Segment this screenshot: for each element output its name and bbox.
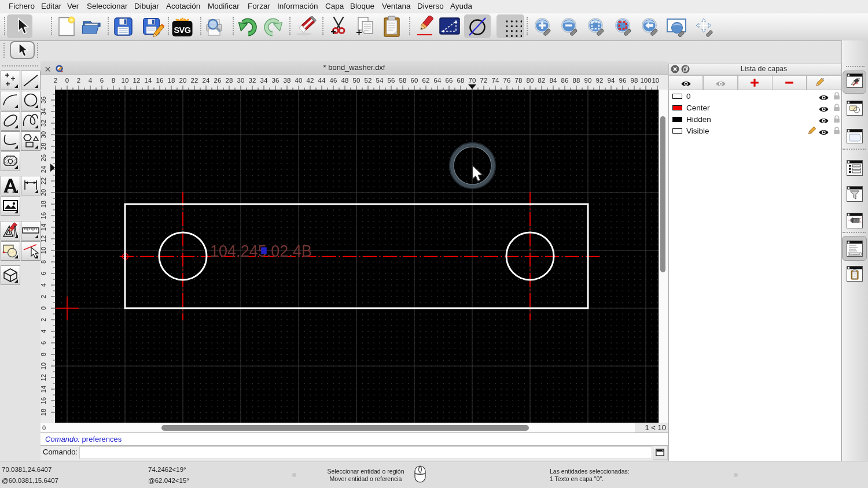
svg-text:10: 10 bbox=[41, 247, 47, 254]
svg-text:SVG: SVG bbox=[174, 25, 190, 35]
svg-text:2: 2 bbox=[54, 77, 57, 84]
svg-text:62: 62 bbox=[422, 77, 430, 84]
svg-text:54: 54 bbox=[376, 77, 384, 84]
svg-text:26: 26 bbox=[214, 77, 222, 84]
svg-text:78: 78 bbox=[515, 77, 523, 84]
svg-text:56: 56 bbox=[388, 77, 395, 84]
svg-text:2: 2 bbox=[77, 77, 80, 84]
svg-text:46: 46 bbox=[330, 77, 337, 84]
svg-text:0: 0 bbox=[41, 306, 47, 310]
svg-text:58: 58 bbox=[399, 77, 407, 84]
svg-text:20: 20 bbox=[41, 189, 47, 196]
svg-text:92: 92 bbox=[596, 77, 604, 84]
svg-text:18: 18 bbox=[41, 201, 47, 208]
svg-text:4: 4 bbox=[41, 283, 47, 287]
svg-text:6: 6 bbox=[41, 272, 47, 275]
svg-text:38: 38 bbox=[284, 77, 291, 84]
svg-text:12: 12 bbox=[41, 235, 47, 242]
svg-text:94: 94 bbox=[608, 77, 615, 84]
svg-text:30: 30 bbox=[41, 131, 47, 138]
svg-text:16: 16 bbox=[156, 77, 164, 84]
svg-text:4: 4 bbox=[41, 330, 47, 333]
svg-text:14: 14 bbox=[41, 386, 47, 393]
svg-text:0: 0 bbox=[65, 77, 69, 84]
svg-text:8: 8 bbox=[41, 260, 47, 264]
svg-text:74: 74 bbox=[492, 77, 499, 84]
svg-text:20: 20 bbox=[179, 77, 187, 84]
svg-text:86: 86 bbox=[561, 77, 569, 84]
svg-text:36: 36 bbox=[272, 77, 279, 84]
svg-text:36: 36 bbox=[41, 97, 47, 103]
svg-text:60: 60 bbox=[411, 77, 418, 84]
svg-text:8: 8 bbox=[41, 353, 47, 356]
svg-text:22: 22 bbox=[41, 178, 47, 184]
svg-text:70: 70 bbox=[469, 77, 476, 84]
svg-text:34: 34 bbox=[41, 108, 47, 115]
svg-text:64: 64 bbox=[434, 77, 442, 84]
svg-text:24: 24 bbox=[203, 77, 210, 84]
svg-text:10: 10 bbox=[41, 363, 47, 369]
svg-text:76: 76 bbox=[503, 77, 511, 84]
svg-text:command: command bbox=[849, 253, 860, 256]
svg-text:30: 30 bbox=[237, 77, 245, 84]
svg-text:10: 10 bbox=[122, 77, 129, 84]
svg-text:40: 40 bbox=[295, 77, 303, 84]
svg-text:104.245.02.4B: 104.245.02.4B bbox=[210, 241, 312, 260]
svg-text:66: 66 bbox=[446, 77, 453, 84]
svg-text:12: 12 bbox=[133, 77, 141, 84]
svg-text:A: A bbox=[855, 81, 859, 85]
svg-text:12: 12 bbox=[41, 374, 47, 381]
svg-text:98: 98 bbox=[631, 77, 638, 84]
svg-text:2: 2 bbox=[41, 318, 47, 321]
svg-text:44: 44 bbox=[318, 77, 326, 84]
svg-text:34: 34 bbox=[260, 77, 268, 84]
svg-text:100: 100 bbox=[640, 77, 651, 84]
svg-text:82: 82 bbox=[538, 77, 546, 84]
svg-text:8: 8 bbox=[112, 77, 115, 84]
svg-text:90: 90 bbox=[584, 77, 592, 84]
svg-text:26: 26 bbox=[41, 154, 47, 161]
svg-text:88: 88 bbox=[573, 77, 580, 84]
svg-text:96: 96 bbox=[619, 77, 627, 84]
svg-text:28: 28 bbox=[41, 143, 47, 150]
svg-text:18: 18 bbox=[168, 77, 175, 84]
svg-text:52: 52 bbox=[365, 77, 372, 84]
svg-text:6: 6 bbox=[41, 341, 47, 345]
svg-text:50: 50 bbox=[353, 77, 361, 84]
svg-text:32: 32 bbox=[41, 120, 47, 127]
svg-text:28: 28 bbox=[226, 77, 233, 84]
svg-text:2: 2 bbox=[41, 295, 47, 298]
svg-text:32: 32 bbox=[249, 77, 256, 84]
svg-text:6: 6 bbox=[100, 77, 104, 84]
svg-text:80: 80 bbox=[527, 77, 534, 84]
svg-text:48: 48 bbox=[341, 77, 349, 84]
svg-text:84: 84 bbox=[550, 77, 557, 84]
svg-text:72: 72 bbox=[480, 77, 488, 84]
svg-text:16: 16 bbox=[41, 212, 47, 219]
svg-text:14: 14 bbox=[145, 77, 152, 84]
svg-text:18: 18 bbox=[41, 409, 47, 416]
svg-text:14: 14 bbox=[41, 224, 47, 231]
svg-text:102: 102 bbox=[652, 77, 659, 84]
svg-text:4: 4 bbox=[89, 77, 93, 84]
svg-text:22: 22 bbox=[191, 77, 198, 84]
svg-text:68: 68 bbox=[457, 77, 465, 84]
svg-text:42: 42 bbox=[307, 77, 314, 84]
svg-text:16: 16 bbox=[41, 397, 47, 404]
svg-text:24: 24 bbox=[41, 166, 47, 173]
